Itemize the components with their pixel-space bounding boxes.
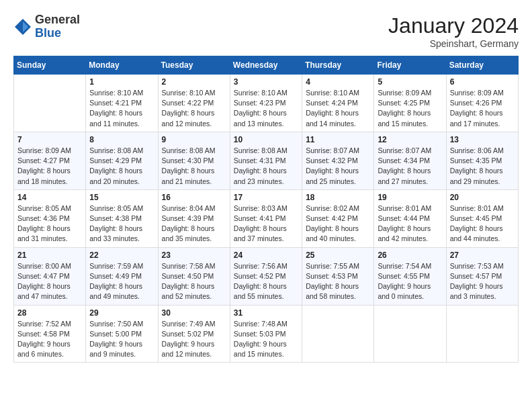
day-number: 19 (378, 193, 442, 202)
logo: General Blue (13, 13, 80, 40)
day-info: Sunrise: 7:50 AMSunset: 5:00 PMDaylight:… (89, 319, 154, 360)
day-number: 21 (17, 250, 82, 260)
day-info: Sunrise: 7:53 AMSunset: 4:57 PMDaylight:… (450, 261, 515, 302)
day-info: Sunrise: 8:09 AMSunset: 4:27 PMDaylight:… (17, 146, 82, 187)
table-row: 26Sunrise: 7:54 AMSunset: 4:55 PMDayligh… (374, 247, 446, 305)
month-year-title: January 2024 (388, 13, 519, 38)
header-tuesday: Tuesday (158, 56, 230, 75)
day-number: 16 (162, 193, 226, 202)
day-info: Sunrise: 7:59 AMSunset: 4:49 PMDaylight:… (89, 261, 154, 302)
day-number: 30 (162, 308, 226, 318)
day-info: Sunrise: 8:10 AMSunset: 4:23 PMDaylight:… (234, 88, 298, 129)
table-row: 23Sunrise: 7:58 AMSunset: 4:50 PMDayligh… (158, 247, 230, 305)
day-number: 28 (17, 308, 82, 318)
calendar-week-row: 14Sunrise: 8:05 AMSunset: 4:36 PMDayligh… (14, 189, 519, 247)
table-row: 13Sunrise: 8:06 AMSunset: 4:35 PMDayligh… (446, 132, 518, 189)
table-row: 27Sunrise: 7:53 AMSunset: 4:57 PMDayligh… (446, 247, 518, 305)
day-info: Sunrise: 8:08 AMSunset: 4:30 PMDaylight:… (162, 146, 226, 187)
day-number: 31 (234, 308, 298, 318)
table-row: 17Sunrise: 8:03 AMSunset: 4:41 PMDayligh… (230, 189, 302, 247)
day-number: 8 (89, 135, 154, 144)
header-sunday: Sunday (14, 56, 86, 75)
table-row: 11Sunrise: 8:07 AMSunset: 4:32 PMDayligh… (302, 132, 374, 189)
day-number: 22 (89, 250, 154, 260)
day-info: Sunrise: 7:52 AMSunset: 4:58 PMDaylight:… (17, 319, 82, 360)
day-info: Sunrise: 8:06 AMSunset: 4:35 PMDaylight:… (450, 146, 515, 187)
day-info: Sunrise: 8:10 AMSunset: 4:24 PMDaylight:… (306, 88, 370, 129)
table-row: 5Sunrise: 8:09 AMSunset: 4:25 PMDaylight… (374, 75, 446, 132)
day-number: 12 (378, 135, 442, 144)
table-row (302, 305, 374, 363)
table-row: 3Sunrise: 8:10 AMSunset: 4:23 PMDaylight… (230, 75, 302, 132)
day-number: 10 (234, 135, 298, 144)
calendar-week-row: 1Sunrise: 8:10 AMSunset: 4:21 PMDaylight… (14, 75, 519, 132)
day-info: Sunrise: 8:07 AMSunset: 4:34 PMDaylight:… (378, 146, 442, 187)
day-info: Sunrise: 8:10 AMSunset: 4:21 PMDaylight:… (89, 88, 154, 129)
table-row: 9Sunrise: 8:08 AMSunset: 4:30 PMDaylight… (158, 132, 230, 189)
day-info: Sunrise: 8:09 AMSunset: 4:26 PMDaylight:… (450, 88, 515, 129)
calendar-table: Sunday Monday Tuesday Wednesday Thursday… (13, 56, 519, 363)
day-number: 18 (306, 193, 370, 202)
table-row (446, 305, 518, 363)
day-info: Sunrise: 7:49 AMSunset: 5:02 PMDaylight:… (162, 319, 226, 360)
day-info: Sunrise: 8:10 AMSunset: 4:22 PMDaylight:… (162, 88, 226, 129)
day-info: Sunrise: 8:00 AMSunset: 4:47 PMDaylight:… (17, 261, 82, 302)
day-number: 4 (306, 77, 370, 87)
header-wednesday: Wednesday (230, 56, 302, 75)
table-row: 10Sunrise: 8:08 AMSunset: 4:31 PMDayligh… (230, 132, 302, 189)
table-row: 2Sunrise: 8:10 AMSunset: 4:22 PMDaylight… (158, 75, 230, 132)
day-info: Sunrise: 8:02 AMSunset: 4:42 PMDaylight:… (306, 203, 370, 244)
day-info: Sunrise: 8:05 AMSunset: 4:38 PMDaylight:… (89, 203, 154, 244)
header-monday: Monday (86, 56, 158, 75)
day-number: 7 (17, 135, 82, 144)
day-number: 3 (234, 77, 298, 87)
table-row: 24Sunrise: 7:56 AMSunset: 4:52 PMDayligh… (230, 247, 302, 305)
day-number: 29 (89, 308, 154, 318)
table-row: 29Sunrise: 7:50 AMSunset: 5:00 PMDayligh… (86, 305, 158, 363)
day-number: 13 (450, 135, 515, 144)
table-row: 14Sunrise: 8:05 AMSunset: 4:36 PMDayligh… (14, 189, 86, 247)
day-number: 24 (234, 250, 298, 260)
day-number: 26 (378, 250, 442, 260)
table-row (374, 305, 446, 363)
day-info: Sunrise: 8:08 AMSunset: 4:29 PMDaylight:… (89, 146, 154, 187)
logo-blue-text: Blue (35, 26, 61, 40)
day-number: 2 (162, 77, 226, 87)
day-number: 5 (378, 77, 442, 87)
weekday-header-row: Sunday Monday Tuesday Wednesday Thursday… (14, 56, 519, 75)
day-info: Sunrise: 8:08 AMSunset: 4:31 PMDaylight:… (234, 146, 298, 187)
table-row: 21Sunrise: 8:00 AMSunset: 4:47 PMDayligh… (14, 247, 86, 305)
table-row: 15Sunrise: 8:05 AMSunset: 4:38 PMDayligh… (86, 189, 158, 247)
day-info: Sunrise: 7:56 AMSunset: 4:52 PMDaylight:… (234, 261, 298, 302)
day-info: Sunrise: 7:58 AMSunset: 4:50 PMDaylight:… (162, 261, 226, 302)
day-number: 9 (162, 135, 226, 144)
logo-icon (13, 17, 32, 36)
calendar-week-row: 7Sunrise: 8:09 AMSunset: 4:27 PMDaylight… (14, 132, 519, 189)
table-row: 18Sunrise: 8:02 AMSunset: 4:42 PMDayligh… (302, 189, 374, 247)
table-row: 7Sunrise: 8:09 AMSunset: 4:27 PMDaylight… (14, 132, 86, 189)
table-row: 28Sunrise: 7:52 AMSunset: 4:58 PMDayligh… (14, 305, 86, 363)
day-number: 25 (306, 250, 370, 260)
day-info: Sunrise: 8:03 AMSunset: 4:41 PMDaylight:… (234, 203, 298, 244)
day-info: Sunrise: 7:54 AMSunset: 4:55 PMDaylight:… (378, 261, 442, 302)
table-row (14, 75, 86, 132)
table-row: 20Sunrise: 8:01 AMSunset: 4:45 PMDayligh… (446, 189, 518, 247)
day-info: Sunrise: 8:01 AMSunset: 4:44 PMDaylight:… (378, 203, 442, 244)
table-row: 4Sunrise: 8:10 AMSunset: 4:24 PMDaylight… (302, 75, 374, 132)
day-info: Sunrise: 8:09 AMSunset: 4:25 PMDaylight:… (378, 88, 442, 129)
table-row: 31Sunrise: 7:48 AMSunset: 5:03 PMDayligh… (230, 305, 302, 363)
location-subtitle: Speinshart, Germany (388, 38, 519, 49)
header-thursday: Thursday (302, 56, 374, 75)
header-friday: Friday (374, 56, 446, 75)
day-number: 1 (89, 77, 154, 87)
table-row: 16Sunrise: 8:04 AMSunset: 4:39 PMDayligh… (158, 189, 230, 247)
day-number: 27 (450, 250, 515, 260)
day-number: 23 (162, 250, 226, 260)
day-number: 15 (89, 193, 154, 202)
header-saturday: Saturday (446, 56, 518, 75)
day-number: 17 (234, 193, 298, 202)
day-info: Sunrise: 7:48 AMSunset: 5:03 PMDaylight:… (234, 319, 298, 360)
day-number: 20 (450, 193, 515, 202)
day-info: Sunrise: 8:01 AMSunset: 4:45 PMDaylight:… (450, 203, 515, 244)
table-row: 19Sunrise: 8:01 AMSunset: 4:44 PMDayligh… (374, 189, 446, 247)
